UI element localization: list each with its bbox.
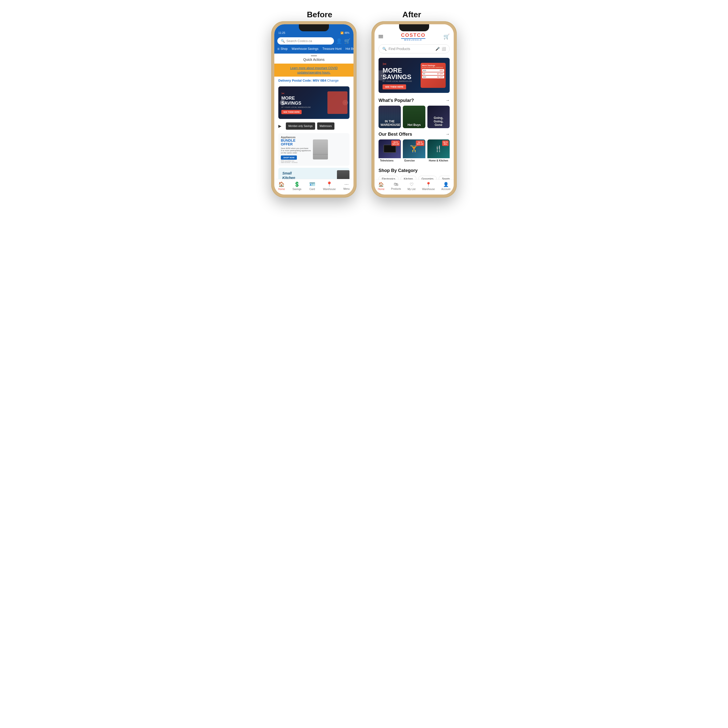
after-costco-brand: COSTCO	[401, 32, 426, 38]
before-warehouse-icon: 📍	[326, 181, 333, 187]
before-phone-screen: 11:25 📶 48% 🔍 Search Costco.ca 👤 🛒	[274, 24, 354, 194]
offer-tv-label: Televisions	[379, 158, 401, 163]
after-search-box[interactable]: 🔍 Find Products 🎤 ⬜	[379, 44, 450, 54]
after-account-label: Account	[441, 188, 451, 191]
before-quick-divider	[311, 55, 317, 56]
after-warehouse-label: Warehouse	[422, 188, 435, 191]
before-bundle-btn[interactable]: SHOP NOW	[281, 156, 297, 160]
popular-card-warehouse[interactable]: IN THEWAREHOUSE	[379, 106, 401, 128]
after-hero-banner[interactable]: ✂ MORE SAVINGS AT YOUR LOCAL WAREHOUSE S…	[379, 58, 450, 93]
before-nav-home[interactable]: 🏠 Home	[278, 181, 285, 191]
before-search-input[interactable]: 🔍 Search Costco.ca	[277, 37, 334, 44]
before-quick-actions-label: Quick Actions	[303, 58, 325, 61]
after-products-label: Products	[391, 188, 401, 190]
best-offers-arrow[interactable]: →	[446, 132, 450, 136]
before-nav-card[interactable]: 🪪 Card	[309, 181, 316, 191]
offer-card-kitchen[interactable]: 🍴 Up to50% Home & Kitchen	[428, 139, 450, 164]
before-bundle-title2: OFFER	[281, 142, 293, 146]
after-prev-arrow[interactable]: ‹	[379, 70, 385, 80]
best-offers-section: Our Best Offers → Up to50% Off	[374, 130, 454, 166]
best-offers-title: Our Best Offers	[379, 132, 412, 137]
going-overlay: Going,Going,Gone	[428, 106, 450, 128]
offer-kitchen-badge: Up to50%	[442, 141, 449, 146]
popular-card-hotbuys[interactable]: Hot Buys	[403, 106, 425, 128]
before-postal-label: Delivery Postal Code:	[278, 79, 312, 83]
before-search-placeholder: Search Costco.ca	[287, 39, 312, 43]
before-savings-label: Savings	[293, 188, 302, 191]
warehouse-overlay: IN THEWAREHOUSE	[379, 106, 401, 128]
before-home-icon: 🏠	[278, 181, 285, 187]
offer-exercise-label: Exercise	[403, 158, 425, 163]
after-coupon-subtitle: at your local Costco warehouse	[422, 67, 444, 68]
before-menu-icon: ···	[345, 181, 349, 187]
before-nav-shop[interactable]: ☰ Shop	[277, 47, 288, 52]
after-qr-icon[interactable]: ⬜	[441, 47, 446, 51]
offer-kitchen-label: Home & Kitchen	[428, 158, 450, 163]
after-home-label: Home	[378, 188, 385, 191]
after-account-icon: 👤	[443, 182, 449, 187]
after-search-icons: 🎤 ⬜	[435, 47, 446, 51]
best-offers-header: Our Best Offers →	[379, 132, 450, 137]
before-covid-link[interactable]: Learn more about important COVID updates…	[290, 66, 337, 74]
before-bundle-text: Appliances BUNDLE OFFER Save $250 when y…	[281, 136, 311, 163]
after-nav-warehouse[interactable]: 📍 Warehouse	[422, 182, 435, 191]
before-hero-subtitle: AT YOUR LOCAL WAREHOUSE	[281, 106, 311, 109]
after-costco-logo: COSTCO WHOLESALE	[401, 32, 426, 41]
after-hero-coupon: More Savings at your local Costco wareho…	[421, 63, 446, 88]
whats-popular-section: What's Popular? → IN THEWAREHOUSE	[374, 95, 454, 130]
before-tab-mattresses[interactable]: Mattresses	[317, 122, 334, 130]
after-nav-mylist[interactable]: ♡ My List	[408, 182, 415, 191]
before-time: 11:25	[278, 31, 285, 34]
after-label: After	[402, 10, 421, 19]
after-costco-sub: WHOLESALE	[404, 39, 422, 41]
before-nav-warehouse[interactable]: 📍 Warehouse	[323, 181, 336, 191]
before-label: Before	[307, 10, 332, 19]
before-nav-tabs: ☰ Shop Warehouse Savings Treasure Hunt H…	[274, 47, 354, 54]
after-mylist-label: My List	[408, 188, 415, 191]
before-change-link[interactable]: Change	[327, 79, 339, 83]
after-nav-account[interactable]: 👤 Account	[441, 182, 451, 191]
before-nav-hot-buys[interactable]: Hot Bu...	[345, 47, 354, 52]
after-mic-icon[interactable]: 🎤	[435, 47, 440, 51]
after-hero-title2: SAVINGS	[383, 73, 411, 81]
after-search-bar: 🔍 Find Products 🎤 ⬜	[374, 43, 454, 56]
after-bottom-nav: 🏠 Home 🛍 Products ♡ My List 📍 Warehouse	[374, 179, 454, 194]
after-scissors-icon: ✂	[383, 61, 421, 67]
after-search-placeholder: Find Products	[389, 47, 434, 51]
before-prev-arrow[interactable]: ‹	[280, 100, 285, 106]
popular-card-going[interactable]: Going,Going,Gone	[428, 106, 450, 128]
before-nav-warehouse-savings[interactable]: Warehouse Savings	[291, 47, 319, 52]
before-phone-frame: 11:25 📶 48% 🔍 Search Costco.ca 👤 🛒	[271, 21, 357, 197]
after-nav-products[interactable]: 🛍 Products	[391, 182, 401, 191]
before-user-icon[interactable]: 👤	[336, 38, 342, 44]
offer-card-exercise[interactable]: 🏋️ Up to50% Off Exercise	[403, 139, 425, 164]
after-coupon-title: More Savings	[422, 64, 444, 67]
before-tab-member-savings[interactable]: Member-only Savings	[286, 122, 315, 130]
before-hero-btn[interactable]: SEE THEM HERE	[281, 110, 302, 114]
shop-category-header: Shop By Category	[379, 168, 450, 173]
after-mylist-icon: ♡	[409, 182, 414, 187]
after-hero-btn[interactable]: SEE THEM HERE	[383, 84, 406, 89]
before-home-label: Home	[278, 188, 285, 191]
after-home-icon: 🏠	[378, 182, 384, 187]
before-battery: 48%	[345, 32, 349, 34]
before-fridge-image	[313, 139, 328, 159]
before-nav-treasure-hunt[interactable]: Treasure Hunt	[322, 47, 342, 52]
before-bundle-valid: While quantities lastValid 01/10/22 - 01…	[281, 160, 311, 163]
before-hero-banner[interactable]: ✂ MORE SAVINGS AT YOUR LOCAL WAREHOUSE S…	[278, 86, 349, 119]
after-menu-btn[interactable]	[379, 34, 383, 39]
before-cart-icon[interactable]: 🛒	[344, 38, 351, 44]
before-nav-savings[interactable]: 💲 Savings	[293, 181, 302, 191]
before-appliances-bundle[interactable]: Appliances BUNDLE OFFER Save $250 when y…	[278, 133, 349, 166]
after-cart-icon[interactable]: 🛒	[443, 34, 450, 40]
before-nav-menu[interactable]: ··· Menu	[343, 181, 350, 191]
offer-exercise-badge: Up to50% Off	[416, 141, 425, 146]
offer-card-tv[interactable]: Up to50% Off Televisions	[379, 139, 401, 164]
before-scissors-icon: ✂	[281, 91, 311, 96]
whats-popular-arrow[interactable]: →	[446, 98, 450, 102]
after-nav-home[interactable]: 🏠 Home	[378, 182, 385, 191]
before-play-btn[interactable]: ▶	[278, 122, 284, 130]
going-card-label: Going,Going,Gone	[428, 115, 450, 128]
whats-popular-header: What's Popular? →	[379, 98, 450, 103]
before-card-label: Card	[310, 188, 315, 191]
